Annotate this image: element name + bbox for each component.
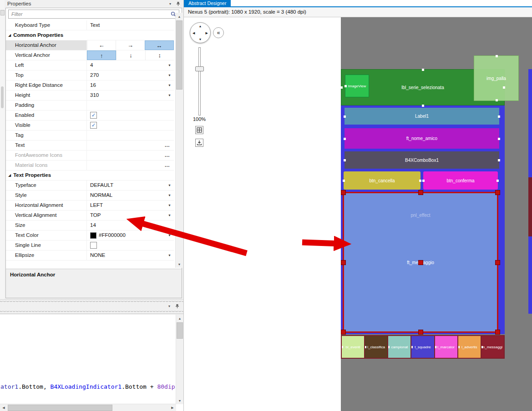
expander-icon[interactable]: ◢ (8, 30, 11, 40)
zoom-slider-thumb[interactable] (195, 66, 204, 71)
property-value[interactable]: NONE▼ (87, 251, 174, 260)
property-value[interactable]: LEFT▼ (87, 200, 174, 210)
selection-handle[interactable] (341, 190, 346, 195)
view-l-classifica[interactable]: l_classifica (365, 336, 387, 358)
pan-right-icon[interactable]: ▶ (206, 31, 208, 35)
rail-grip[interactable] (1, 86, 4, 108)
code-editor[interactable]: ator1.Bottom, B4XLoadingIndicator1.Botto… (0, 314, 183, 411)
anchor-option-icon[interactable]: ↔ (145, 40, 174, 50)
scrollbar-thumb[interactable] (177, 322, 183, 339)
panel-menu-caret-icon[interactable]: ▾ (168, 304, 170, 308)
scroll-right-icon[interactable]: ▶ (169, 404, 176, 411)
selection-handle[interactable] (418, 260, 423, 265)
view-pnl_effect[interactable]: pnl_effectft_messaggio (343, 192, 498, 333)
scrollbar-thumb[interactable] (176, 20, 182, 90)
designer-canvas[interactable]: lbl_serie_selezionataImageViewimg_pallaL… (184, 17, 532, 411)
grid-button[interactable] (195, 126, 203, 134)
property-section-text-properties[interactable]: ◢Text Properties (6, 170, 174, 180)
anchor-option-icon[interactable]: ↑ (87, 50, 116, 60)
scroll-up-icon[interactable]: ▲ (176, 13, 183, 20)
dropdown-caret-icon[interactable]: ▼ (168, 251, 171, 260)
scrollbar-thumb[interactable] (8, 405, 112, 411)
property-value[interactable]: 310▼ (87, 90, 174, 100)
rail-icon[interactable] (0, 10, 5, 15)
view-l-advertis[interactable]: l_advertis (458, 336, 481, 358)
filter-input[interactable] (8, 10, 179, 19)
view-ft_nome_amico[interactable]: ft_nome_amico (345, 128, 499, 149)
view-ImageView1[interactable]: ImageView (345, 75, 369, 97)
selection-handle[interactable] (418, 330, 423, 335)
property-value[interactable]: 16▼ (87, 80, 174, 90)
pan-up-icon[interactable]: ▲ (199, 25, 202, 28)
selection-handle[interactable] (495, 330, 500, 335)
property-value[interactable]: TOP▼ (87, 211, 174, 220)
property-section-common-properties[interactable]: ◢Common Properties (6, 30, 174, 40)
ellipsis-button[interactable]: … (165, 140, 170, 150)
dropdown-caret-icon[interactable]: ▼ (168, 231, 171, 240)
property-value[interactable] (87, 241, 174, 250)
anchor-option-icon[interactable]: ← (87, 40, 116, 50)
panel-menu-caret-icon[interactable]: ▾ (169, 2, 171, 6)
selection-handle[interactable] (418, 190, 423, 195)
dropdown-caret-icon[interactable]: ▼ (168, 180, 171, 190)
property-value[interactable]: … (87, 150, 174, 160)
anchor-option-icon[interactable]: → (116, 40, 144, 50)
selection-handle[interactable] (341, 330, 346, 335)
scroll-up-icon[interactable]: ▲ (176, 315, 183, 322)
anchor-option-icon[interactable]: ↓ (116, 50, 145, 60)
property-value[interactable]: Text (87, 20, 174, 30)
view-bl-eventi[interactable]: bl_eventi (342, 336, 364, 358)
property-value[interactable]: … (87, 160, 174, 170)
view-Label1[interactable]: Label1 (345, 108, 499, 125)
view-campionat[interactable]: campionat (388, 336, 410, 358)
selection-handle[interactable] (341, 260, 346, 265)
pan-control[interactable]: ▲ ▼ ◀ ▶ (190, 22, 211, 43)
dropdown-caret-icon[interactable]: ▼ (168, 200, 171, 210)
selection-handle[interactable] (495, 260, 500, 265)
code-vertical-scrollbar[interactable]: ▲ ▼ (176, 315, 183, 404)
checkbox[interactable] (90, 242, 97, 249)
property-value[interactable]: DEFAULT▼ (87, 180, 174, 190)
code-horizontal-scrollbar[interactable]: ◀ ▶ (0, 404, 176, 411)
scroll-left-icon[interactable]: ◀ (0, 404, 7, 411)
property-value[interactable]: 14 (87, 221, 174, 230)
property-value[interactable]: ✓ (87, 110, 174, 120)
pin-icon[interactable] (175, 304, 180, 309)
view-l-marcator[interactable]: l_marcator (435, 336, 457, 358)
view-btn_cancella[interactable]: btn_cancella (344, 171, 421, 190)
expander-icon[interactable]: ◢ (8, 170, 11, 180)
property-value[interactable]: ↑↓↕ (87, 50, 174, 60)
property-value[interactable]: #FF000000▼ (87, 231, 174, 240)
dropdown-caret-icon[interactable]: ▼ (168, 211, 171, 220)
anchor-option-icon[interactable]: ↕ (145, 50, 174, 60)
dropdown-caret-icon[interactable]: ▼ (168, 90, 171, 100)
property-value[interactable]: 4▼ (87, 60, 174, 70)
view-t-squadre[interactable]: t_squadre (411, 336, 434, 358)
properties-scrollbar[interactable]: ▲ ▼ (175, 13, 183, 268)
ellipsis-button[interactable]: … (165, 150, 170, 160)
tab-abstract-designer[interactable]: Abstract Designer (184, 0, 231, 6)
pan-down-icon[interactable]: ▼ (199, 38, 202, 41)
property-value[interactable]: … (87, 140, 174, 150)
dropdown-caret-icon[interactable]: ▼ (168, 60, 171, 70)
checkbox[interactable]: ✓ (90, 112, 97, 119)
scroll-down-icon[interactable]: ▼ (176, 261, 183, 268)
scroll-down-icon[interactable]: ▼ (176, 397, 183, 404)
checkbox[interactable]: ✓ (90, 122, 97, 129)
dropdown-caret-icon[interactable]: ▼ (168, 80, 171, 90)
property-value[interactable]: NORMAL▼ (87, 190, 174, 200)
property-value[interactable]: ←→↔ (87, 40, 174, 50)
zoom-slider-track[interactable] (198, 47, 201, 115)
view-img_palla[interactable]: img_palla (474, 55, 519, 101)
collapse-toolbox-button[interactable]: « (213, 27, 224, 38)
selection-handle[interactable] (495, 190, 500, 195)
property-value[interactable]: ✓ (87, 120, 174, 130)
view-B4XComboBox1[interactable]: B4XComboBox1 (345, 151, 499, 169)
property-value[interactable]: 270▼ (87, 70, 174, 80)
pin-icon[interactable] (176, 1, 181, 6)
ellipsis-button[interactable]: … (165, 160, 170, 170)
capture-button[interactable] (195, 139, 203, 147)
dropdown-caret-icon[interactable]: ▼ (168, 70, 171, 80)
view-n-messaggi[interactable]: n_messaggi (481, 336, 504, 358)
dropdown-caret-icon[interactable]: ▼ (168, 190, 171, 200)
